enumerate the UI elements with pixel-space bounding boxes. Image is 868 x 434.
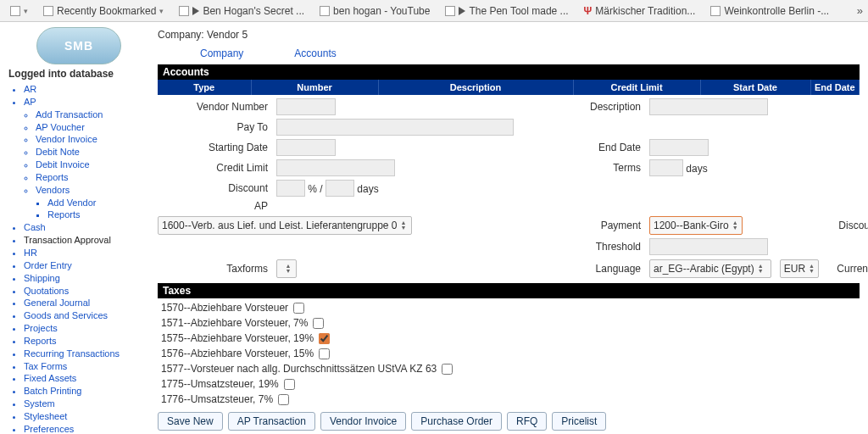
nav-quotations[interactable]: Quotations	[24, 285, 149, 298]
label-credit-limit: Credit Limit	[158, 162, 276, 174]
nav-system[interactable]: System	[24, 398, 149, 410]
nav-vendors[interactable]: Vendors Add Vendor Reports	[36, 184, 149, 222]
nav-debit-invoice[interactable]: Debit Invoice	[36, 159, 149, 171]
label-payment: Payment	[531, 220, 649, 231]
bookmark-bar: ▾ Recently Bookmarked▾ Ben Hogan's Secre…	[0, 0, 868, 22]
col-number: Number	[251, 80, 378, 95]
terms-field[interactable]	[649, 159, 683, 176]
tax-1576-label: 1576--Abziehbare Vorsteuer, 15%	[161, 348, 314, 359]
nav-projects[interactable]: Projects	[24, 322, 149, 335]
save-new-button[interactable]: Save New	[158, 412, 223, 431]
ap-select[interactable]: 1600--Verb. aus Lief. und Leist. Liefera…	[158, 216, 412, 235]
bookmark-markischer[interactable]: ΨMärkischer Tradition...	[579, 3, 701, 19]
label-vendor-number: Vendor Number	[158, 101, 276, 113]
section-accounts-header: Accounts	[158, 64, 860, 80]
taxes-list: 1570--Abziehbare Vorsteuer 1571--Abziehb…	[158, 300, 860, 407]
rfq-button[interactable]: RFQ	[507, 412, 547, 431]
label-description: Description	[531, 101, 649, 113]
discount-pct-field[interactable]	[276, 180, 305, 197]
nav-add-transaction[interactable]: Add Transaction	[36, 108, 149, 121]
tax-1575-checkbox[interactable]	[319, 333, 330, 344]
payment-select[interactable]: 1200--Bank-Giro▲▼	[649, 216, 743, 235]
pricelist-button[interactable]: Pricelist	[552, 412, 606, 431]
nav-vendors-reports[interactable]: Reports	[47, 209, 149, 221]
nav-general-journal[interactable]: General Journal	[24, 297, 149, 309]
nav-ar[interactable]: AR	[24, 83, 149, 96]
nav-tax-forms[interactable]: Tax Forms	[24, 360, 149, 373]
description-field[interactable]	[649, 98, 768, 115]
nav-recurring-transactions[interactable]: Recurring Transactions	[24, 348, 149, 360]
col-end-date: End Date	[810, 80, 860, 95]
currency-select[interactable]: EUR▲▼	[780, 259, 819, 278]
label-language: Language	[531, 263, 649, 275]
tax-1776-label: 1776--Umsatzsteuer, 7%	[161, 393, 273, 405]
tax-1775-label: 1775--Umsatzsteuer, 19%	[161, 378, 279, 390]
nav-stylesheet[interactable]: Stylesheet	[24, 410, 149, 423]
language-select[interactable]: ar_EG--Arabic (Egypt)▲▼	[649, 259, 771, 278]
vendor-invoice-button[interactable]: Vendor Invoice	[320, 412, 406, 431]
tax-1776-checkbox[interactable]	[278, 394, 289, 405]
label-ap: AP	[158, 200, 276, 212]
starting-date-field[interactable]	[276, 139, 336, 156]
discount-days-field[interactable]	[326, 180, 354, 197]
sidebar: SMB Logged into database AR AP Add Trans…	[0, 22, 153, 432]
company-line: Company: Vendor 5	[158, 29, 860, 41]
col-type: Type	[158, 80, 251, 95]
nav-cash[interactable]: Cash	[24, 221, 149, 234]
tax-1575-label: 1575--Abziehbare Vorsteuer, 19%	[161, 332, 314, 344]
tax-1775-checkbox[interactable]	[284, 379, 295, 390]
nav-vendor-invoice[interactable]: Vendor Invoice	[36, 133, 149, 146]
label-taxforms: Taxforms	[158, 263, 276, 275]
bookmark-weinkontrolle[interactable]: Weinkontrolle Berlin -...	[705, 3, 834, 19]
tax-1571-checkbox[interactable]	[313, 318, 324, 329]
bookmark-overflow[interactable]: »	[857, 4, 863, 17]
nav-debit-note[interactable]: Debit Note	[36, 146, 149, 159]
nav-preferences[interactable]: Preferences	[24, 423, 149, 434]
nav-batch-printing[interactable]: Batch Printing	[24, 385, 149, 398]
nav-reports[interactable]: Reports	[36, 171, 149, 184]
nav-fixed-assets[interactable]: Fixed Assets	[24, 372, 149, 385]
sidebar-nav: AR AP Add Transaction AP Voucher Vendor …	[8, 83, 149, 434]
nav-ap-voucher[interactable]: AP Voucher	[36, 121, 149, 134]
bookmark-home[interactable]: ▾	[5, 4, 33, 18]
label-discount: Discount	[158, 182, 276, 194]
bookmark-recently[interactable]: Recently Bookmarked▾	[38, 3, 169, 19]
nav-ap[interactable]: AP Add Transaction AP Voucher Vendor Inv…	[24, 96, 149, 221]
subtabs: Company Accounts	[158, 47, 860, 59]
label-pay-to: Pay To	[158, 121, 276, 133]
end-date-field[interactable]	[649, 139, 709, 156]
nav-shipping[interactable]: Shipping	[24, 272, 149, 285]
tax-1570-checkbox[interactable]	[293, 303, 304, 314]
label-pct-days: % /	[308, 183, 326, 195]
col-credit-limit: Credit Limit	[573, 80, 700, 95]
nav-goods-services[interactable]: Goods and Services	[24, 309, 149, 322]
label-days: days	[686, 163, 707, 175]
label-currency: Currency	[819, 263, 868, 275]
bookmark-hogan-youtube[interactable]: ben hogan - YouTube	[314, 3, 435, 19]
tax-1577-checkbox[interactable]	[442, 364, 453, 375]
tab-company[interactable]: Company	[200, 47, 243, 59]
tax-1570-label: 1570--Abziehbare Vorsteuer	[161, 302, 288, 314]
tax-1576-checkbox[interactable]	[319, 348, 330, 359]
nav-order-entry[interactable]: Order Entry	[24, 259, 149, 272]
purchase-order-button[interactable]: Purchase Order	[411, 412, 502, 431]
nav-reports-3[interactable]: Reports	[24, 335, 149, 348]
taxforms-select[interactable]: ▲▼	[276, 259, 297, 278]
tab-accounts[interactable]: Accounts	[294, 47, 336, 59]
bookmark-hogan-secret[interactable]: Ben Hogan's Secret ...	[174, 3, 309, 19]
nav-transaction-approval[interactable]: Transaction Approval	[24, 234, 149, 247]
logo: SMB	[36, 27, 121, 64]
threshold-field[interactable]	[649, 238, 768, 255]
ap-transaction-button[interactable]: AP Transaction	[228, 412, 315, 431]
label-starting-date: Starting Date	[158, 142, 276, 153]
tax-1577-label: 1577--Vorsteuer nach allg. Durchschnitts…	[161, 363, 437, 375]
nav-add-vendor[interactable]: Add Vendor	[47, 197, 149, 209]
pay-to-field[interactable]	[276, 119, 514, 136]
credit-limit-field[interactable]	[276, 159, 395, 176]
bookmark-pen-tool[interactable]: The Pen Tool made ...	[440, 3, 573, 19]
col-start-date: Start Date	[700, 80, 810, 95]
nav-hr[interactable]: HR	[24, 247, 149, 259]
logged-into-db-label: Logged into database	[8, 68, 149, 80]
label-threshold: Threshold	[531, 241, 649, 253]
vendor-number-field[interactable]	[276, 98, 336, 115]
